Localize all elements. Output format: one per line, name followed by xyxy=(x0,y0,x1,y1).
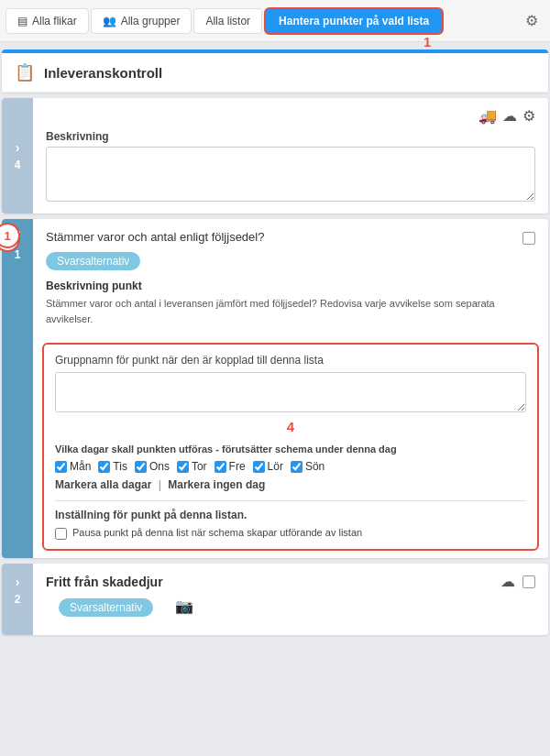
day-wed-label: Ons xyxy=(149,460,170,473)
bottom-card: › 2 Fritt från skadedjur ☁ Svarsalternat… xyxy=(2,564,548,635)
mark-none-link[interactable]: Markera ingen dag xyxy=(168,478,265,491)
badge-number-1: 1 xyxy=(15,248,21,261)
truck-icon: 🚚 xyxy=(478,107,497,125)
bottom-card-body: Fritt från skadedjur ☁ Svarsalternativ 📷 xyxy=(33,564,548,635)
annotation-1: 1 xyxy=(424,35,431,49)
group-textarea[interactable] xyxy=(55,372,526,412)
question-checkbox[interactable] xyxy=(522,232,535,245)
all-tabs-button[interactable]: ▤ Alla flikar xyxy=(6,8,89,34)
day-wed[interactable]: Ons xyxy=(135,460,170,473)
all-tabs-label: Alla flikar xyxy=(32,15,77,27)
day-thu-label: Tor xyxy=(192,460,207,473)
day-sun-label: Sön xyxy=(305,460,324,473)
bottom-camera-icon: 📷 xyxy=(175,598,193,614)
beskrivning-label: Beskrivning xyxy=(46,130,535,143)
day-fri-checkbox[interactable] xyxy=(214,461,226,473)
day-thu[interactable]: Tor xyxy=(177,460,207,473)
bottom-answer-tag[interactable]: Svarsalternativ xyxy=(59,598,153,617)
beskrivning-textarea[interactable] xyxy=(46,147,535,202)
mark-separator: | xyxy=(159,478,161,491)
day-mon-label: Mån xyxy=(70,460,91,473)
question-section-inner: ˅ 1 Stämmer varor och antal enligt följj… xyxy=(2,219,548,558)
bottom-card-title: Fritt från skadedjur xyxy=(46,575,163,589)
badge-number: 4 xyxy=(15,159,21,171)
bottom-answer-tags: Svarsalternativ 📷 xyxy=(46,597,535,626)
desc-title: Beskrivning punkt xyxy=(46,279,535,292)
groups-icon: 👥 xyxy=(103,15,116,27)
day-tue-label: Tis xyxy=(113,460,127,473)
annotation-4: 4 xyxy=(287,419,294,434)
day-sat[interactable]: Lör xyxy=(253,460,283,473)
bottom-icons: ☁ xyxy=(500,573,535,590)
answer-tag[interactable]: Svarsalternativ xyxy=(46,252,140,270)
days-label: Vilka dagar skall punkten utföras - föru… xyxy=(55,444,526,455)
question-section: ˅ 1 Stämmer varor och antal enligt följj… xyxy=(2,219,548,558)
side-badge-4[interactable]: › 4 xyxy=(2,98,33,214)
settings-icon[interactable]: ⚙ xyxy=(519,8,544,34)
group-label: Gruppnamn för punkt när den är kopplad t… xyxy=(55,354,526,367)
main-content: 📋 Inleveranskontroll › 4 🚚 ☁ ⚙ Beskrivni… xyxy=(0,42,550,642)
annotation-4-wrapper: 4 xyxy=(55,419,526,434)
bottom-title-row: Fritt från skadedjur ☁ xyxy=(46,573,535,590)
side-badge-1[interactable]: ˅ 1 xyxy=(2,219,33,558)
manage-points-button[interactable]: Hantera punkter på vald lista 1 xyxy=(264,7,444,35)
mark-all-link[interactable]: Markera alla dagar xyxy=(55,478,151,491)
answer-tag-wrapper: Svarsalternativ xyxy=(33,252,548,279)
bottom-side-badge[interactable]: › 2 xyxy=(2,564,33,635)
beskrivning-row: › 4 🚚 ☁ ⚙ Beskrivning 2 xyxy=(2,98,548,214)
chevron-right-icon: › xyxy=(16,140,20,155)
divider xyxy=(55,500,526,501)
day-fri-label: Fre xyxy=(229,460,246,473)
red-outlined-box: Gruppnamn för punkt när den är kopplad t… xyxy=(42,343,539,551)
all-groups-label: Alla grupper xyxy=(121,15,181,27)
bottom-checkbox[interactable] xyxy=(522,575,535,588)
setting-title: Inställning för punkt på denna listan. xyxy=(55,509,526,521)
tabs-icon: ▤ xyxy=(17,15,28,27)
day-sun-checkbox[interactable] xyxy=(291,461,302,473)
inleverans-card: 📋 Inleveranskontroll xyxy=(2,49,548,93)
card-title: Inleveranskontroll xyxy=(44,65,162,81)
day-mon[interactable]: Mån xyxy=(55,460,91,473)
day-wed-checkbox[interactable] xyxy=(135,461,147,473)
card-header: 📋 Inleveranskontroll xyxy=(2,53,548,93)
days-row: Mån Tis Ons Tor xyxy=(55,460,526,473)
all-lists-label: Alla listor xyxy=(205,15,250,27)
setting-row: Pausa punkt på denna list när schema ska… xyxy=(55,527,526,540)
day-sat-checkbox[interactable] xyxy=(253,461,265,473)
clipboard-icon: 📋 xyxy=(15,62,35,82)
question-row: Stämmer varor och antal enligt följjsede… xyxy=(33,219,548,252)
setting-checkbox[interactable] xyxy=(55,528,67,540)
mark-links: Markera alla dagar | Markera ingen dag xyxy=(55,478,526,491)
day-mon-checkbox[interactable] xyxy=(55,461,67,473)
bottom-badge-number: 2 xyxy=(15,593,21,606)
top-navigation: ▤ Alla flikar 👥 Alla grupper Alla listor… xyxy=(0,0,550,42)
day-sun[interactable]: Sön xyxy=(291,460,324,473)
desc-section: Beskrivning punkt Stämmer varor och anta… xyxy=(33,279,548,335)
bottom-cloud-icon: ☁ xyxy=(500,573,515,590)
day-thu-checkbox[interactable] xyxy=(177,461,189,473)
manage-points-label: Hantera punkter på vald lista xyxy=(279,15,429,27)
icons-row: 🚚 ☁ ⚙ xyxy=(46,107,535,125)
card-body-beskrivning: 🚚 ☁ ⚙ Beskrivning xyxy=(33,98,548,214)
desc-text: Stämmer varor och antal i leveransen jäm… xyxy=(46,296,535,326)
day-tue[interactable]: Tis xyxy=(98,460,127,473)
all-lists-button[interactable]: Alla listor xyxy=(193,8,262,34)
bottom-card-inner: › 2 Fritt från skadedjur ☁ Svarsalternat… xyxy=(2,564,548,635)
all-groups-button[interactable]: 👥 Alla grupper xyxy=(91,8,192,34)
day-sat-label: Lör xyxy=(268,460,283,473)
setting-text: Pausa punkt på denna list när schema ska… xyxy=(72,527,362,538)
bottom-chevron-icon: › xyxy=(16,575,20,589)
gear-icon: ⚙ xyxy=(522,107,535,125)
cloud-icon: ☁ xyxy=(502,107,517,125)
question-content: Stämmer varor och antal enligt följjsede… xyxy=(33,219,548,558)
day-fri[interactable]: Fre xyxy=(214,460,246,473)
question-text: Stämmer varor och antal enligt följjsede… xyxy=(46,230,515,244)
day-tue-checkbox[interactable] xyxy=(98,461,110,473)
